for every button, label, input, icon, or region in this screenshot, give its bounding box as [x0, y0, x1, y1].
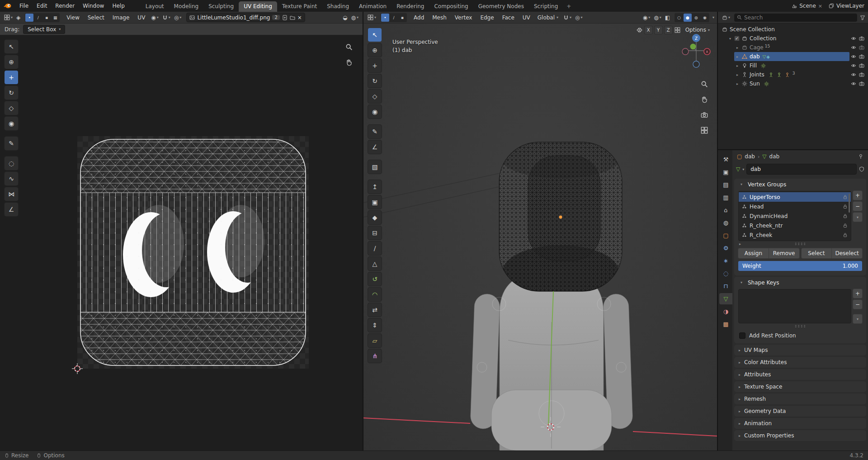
vertex-group-row[interactable]: UpperTorso — [739, 192, 851, 202]
add-shape-key-button[interactable]: + — [853, 289, 862, 298]
scene-selector[interactable]: Scene × — [792, 3, 822, 9]
hide-eye-icon[interactable] — [849, 36, 858, 41]
tool-spin[interactable]: ↺ — [368, 272, 382, 286]
tab-material[interactable]: ◑ — [719, 306, 732, 317]
lock-icon[interactable] — [843, 194, 848, 199]
tool-edge-slide[interactable]: ⇄ — [368, 303, 382, 317]
collection-checkbox[interactable]: ✓ — [734, 36, 740, 41]
breadcrumb-data[interactable]: dab — [769, 153, 780, 160]
menu-edge[interactable]: Edge — [476, 13, 497, 22]
chevron-down-icon[interactable]: ▾ — [742, 167, 744, 171]
outliner-row-fill[interactable]: ▸ Fill — [718, 61, 868, 70]
expand-icon[interactable]: ▾ — [727, 37, 733, 41]
panel-custom-properties[interactable]: ▸ Custom Properties — [734, 430, 866, 441]
breadcrumb-object[interactable]: dab — [745, 153, 755, 160]
sun-data-icon[interactable] — [764, 81, 769, 86]
tab-render[interactable]: ▣ — [719, 166, 732, 178]
vertex-groups-header[interactable]: ▾ Vertex Groups — [734, 179, 866, 190]
tab-object-data[interactable]: ▽ — [719, 293, 732, 304]
uv-select-mode-vertex[interactable]: • — [25, 14, 33, 22]
viewport-canvas[interactable]: X Y Z Options ▾ User Perspective (1) dab — [363, 24, 717, 451]
uv-2d-cursor[interactable] — [71, 363, 83, 375]
uv-tool-transform[interactable]: ◉ — [5, 117, 18, 130]
menu-vertex[interactable]: Vertex — [451, 13, 476, 22]
tab-constraints[interactable]: ⊓ — [719, 280, 732, 292]
outliner-search-input[interactable]: Search — [734, 14, 857, 22]
tool-annotate[interactable]: ✎ — [368, 125, 382, 138]
lock-icon[interactable] — [843, 223, 848, 228]
uv-tool-cursor-2d[interactable]: ⊕ — [5, 55, 18, 69]
tab-physics[interactable]: ◌ — [719, 268, 732, 279]
uv-menu-uv[interactable]: UV — [134, 13, 149, 22]
vgroup-data-icon[interactable]: ◈ — [766, 54, 770, 59]
viewport-camera-button[interactable] — [699, 109, 710, 120]
uv-canvas[interactable]: ↖ ⊕ + ↻ ◇ ◉ ✎ ◌ ∿ ⋈ ∠ — [0, 35, 363, 451]
tab-shading[interactable]: Shading — [322, 1, 354, 12]
tool-bevel[interactable]: ◆ — [368, 211, 382, 224]
menu-face[interactable]: Face — [499, 13, 518, 22]
snap-dropdown[interactable]: ▾ — [562, 14, 573, 21]
assign-button[interactable]: Assign — [738, 248, 769, 258]
select-button[interactable]: Select — [802, 248, 832, 258]
uv-display-channels-button[interactable]: ◒ — [341, 14, 349, 22]
viewport-pan-button[interactable] — [699, 94, 710, 105]
tab-layout[interactable]: Layout — [141, 1, 169, 12]
uv-tool-pinch[interactable]: ⋈ — [5, 187, 18, 201]
menu-edit[interactable]: Edit — [33, 1, 51, 10]
blender-logo-icon[interactable] — [4, 3, 12, 9]
tool-knife[interactable]: ∕ — [368, 242, 382, 255]
scrollbar[interactable] — [849, 194, 850, 213]
menu-render[interactable]: Render — [51, 1, 79, 10]
image-datablock-selector[interactable]: LittleLumeStudio1_diff.png 2 × — [186, 13, 305, 22]
menu-uv[interactable]: UV — [519, 13, 534, 22]
tab-texture[interactable]: ▩ — [719, 318, 732, 330]
outliner-row-collection[interactable]: ▾ ✓ Collection — [718, 34, 868, 43]
transform-orientation-dropdown[interactable]: Global ▾ — [535, 14, 561, 22]
panel-animation[interactable]: ▸ Animation — [734, 418, 866, 429]
tab-texture-paint[interactable]: Texture Paint — [277, 1, 322, 12]
deselect-button[interactable]: Deselect — [832, 248, 862, 258]
render-camera-icon[interactable] — [858, 36, 866, 41]
weight-slider[interactable]: Weight 1.000 — [738, 261, 862, 271]
select-mode-face[interactable]: ▪ — [398, 14, 406, 22]
uv-overlays-dropdown[interactable]: ◍▾ — [350, 14, 360, 22]
outliner-row-cage[interactable]: ▸ Cage 15 — [718, 43, 868, 52]
tab-rendering[interactable]: Rendering — [392, 1, 429, 12]
remove-vertex-group-button[interactable]: − — [853, 202, 862, 211]
viewport-ortho-toggle-button[interactable] — [699, 125, 710, 136]
expand-icon[interactable]: ▸ — [734, 73, 741, 77]
vertex-group-specials-button[interactable]: ▾ — [853, 213, 862, 222]
outliner-row-joints[interactable]: ▸ Joints 3 — [718, 70, 868, 79]
tab-tool[interactable]: ⚒ — [719, 154, 732, 165]
expand-icon[interactable]: ▸ — [734, 46, 741, 50]
tab-scripting[interactable]: Scripting — [529, 1, 563, 12]
add-rest-position-checkbox[interactable] — [739, 332, 745, 339]
correct-face-attributes-icon[interactable] — [675, 27, 680, 33]
shape-keys-list[interactable] — [738, 289, 851, 323]
uv-tool-tweak[interactable]: ↖ — [5, 40, 18, 53]
lock-icon[interactable] — [843, 204, 848, 209]
tab-particles[interactable]: ∗ — [719, 255, 732, 266]
tool-shear[interactable]: ▱ — [368, 334, 382, 347]
tab-animation[interactable]: Animation — [354, 1, 392, 12]
tool-transform[interactable]: ◉ — [368, 105, 382, 119]
uv-select-mode-island[interactable]: ▦ — [51, 14, 59, 22]
menu-help[interactable]: Help — [108, 1, 128, 10]
uv-tool-measure[interactable]: ∠ — [5, 203, 18, 216]
render-camera-icon[interactable] — [858, 72, 866, 77]
tool-measure[interactable]: ∠ — [368, 140, 382, 154]
tool-add-cube[interactable]: ▧ — [368, 160, 382, 174]
tab-compositing[interactable]: Compositing — [429, 1, 473, 12]
tool-cursor-3d[interactable]: ⊕ — [368, 43, 382, 57]
tool-loop-cut[interactable]: ⊟ — [368, 226, 382, 240]
uv-snap-dropdown[interactable]: ▾ — [161, 14, 172, 21]
uv-menu-view[interactable]: View — [63, 13, 83, 22]
uv-menu-image[interactable]: Image — [109, 13, 133, 22]
tab-output[interactable]: ▤ — [719, 179, 732, 190]
uv-zoom-button[interactable] — [344, 42, 354, 52]
pin-icon[interactable] — [858, 154, 863, 159]
fake-user-shield-icon[interactable] — [859, 166, 864, 172]
render-camera-icon[interactable] — [858, 45, 866, 50]
tab-modeling[interactable]: Modeling — [169, 1, 204, 12]
uv-tool-annotate[interactable]: ✎ — [5, 137, 18, 150]
